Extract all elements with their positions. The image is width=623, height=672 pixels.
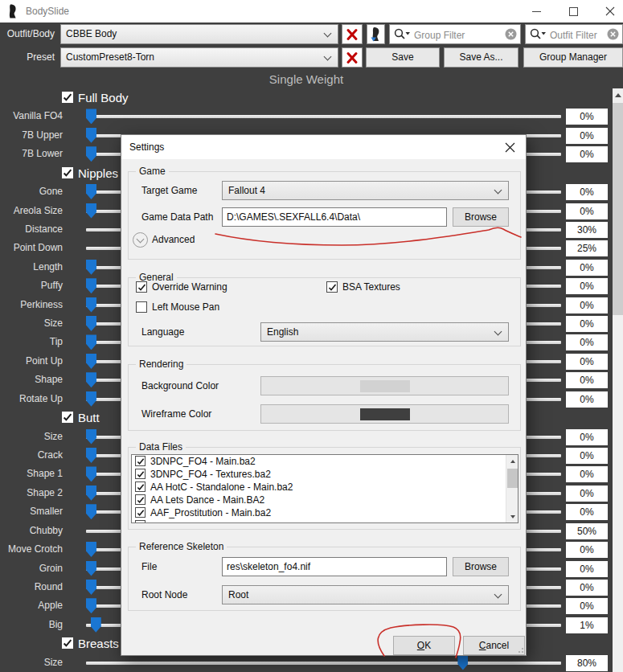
data-file-item[interactable]: 3DNPC_FO4 - Main.ba2 (132, 455, 518, 468)
category-checkbox[interactable] (62, 412, 73, 423)
slider-value-field[interactable]: 0% (566, 372, 608, 388)
skeleton-file-input[interactable] (222, 557, 447, 576)
slider-value-field[interactable]: 0% (566, 486, 608, 502)
data-file-item[interactable]: AA HotC - Standalone - Main.ba2 (132, 481, 518, 494)
background-color-button[interactable] (260, 376, 509, 395)
slider-value-field[interactable]: 0% (566, 184, 608, 200)
slider-value-field[interactable]: 50% (566, 523, 608, 539)
search-icon[interactable] (529, 27, 547, 42)
slider-value-field[interactable]: 0% (566, 260, 608, 276)
slider-value-field[interactable]: 0% (566, 297, 608, 313)
save-as-button[interactable]: Save As... (444, 47, 518, 68)
preset-delete-button[interactable] (342, 47, 363, 68)
bsa-textures-checkbox[interactable] (326, 281, 338, 293)
dialog-close-button[interactable] (500, 138, 519, 156)
left-mouse-pan-checkbox[interactable] (136, 301, 147, 313)
scroll-up-button[interactable] (506, 455, 518, 467)
data-file-item[interactable]: 3DNPC_FO4 - Textures.ba2 (132, 468, 518, 481)
outfit-choose-button[interactable] (367, 24, 385, 44)
slider-thumb[interactable] (86, 260, 96, 275)
close-window-button[interactable] (593, 0, 623, 23)
outfit-combo[interactable]: CBBE Body (60, 24, 338, 44)
data-file-item[interactable]: AA Lets Dance - Main.BA2 (132, 494, 518, 506)
search-icon[interactable] (393, 27, 411, 42)
slider-thumb[interactable] (86, 128, 96, 143)
slider-thumb[interactable] (86, 504, 96, 519)
preset-combo[interactable]: CustomPreset8-Torn (60, 47, 338, 68)
slider-track[interactable] (86, 662, 561, 665)
clear-filter-icon[interactable] (607, 28, 619, 40)
scroll-down-button[interactable] (506, 510, 518, 522)
main-scrollbar[interactable] (613, 88, 623, 672)
slider-thumb[interactable] (86, 316, 96, 331)
scrollbar-thumb[interactable] (613, 103, 623, 315)
slider-value-field[interactable]: 0% (566, 278, 608, 294)
slider-thumb[interactable] (86, 184, 96, 199)
slider-value-field[interactable]: 1% (566, 617, 608, 633)
slider-thumb[interactable] (86, 334, 96, 350)
minimize-button[interactable] (519, 0, 553, 23)
browse-game-path-button[interactable]: Browse (453, 207, 509, 227)
file-checkbox[interactable] (135, 494, 146, 505)
slider-thumb[interactable] (86, 372, 96, 387)
outfit-delete-button[interactable] (342, 24, 363, 44)
slider-thumb[interactable] (86, 448, 96, 463)
wireframe-color-button[interactable] (260, 404, 509, 424)
slider-track[interactable] (86, 115, 561, 118)
ok-button[interactable]: OK (393, 636, 455, 655)
slider-thumb[interactable] (86, 391, 96, 407)
target-game-combo[interactable]: Fallout 4 (222, 181, 509, 200)
category-checkbox[interactable] (62, 637, 73, 649)
maximize-button[interactable] (556, 0, 590, 23)
slider-thumb[interactable] (86, 561, 96, 576)
slider-value-field[interactable]: 0% (566, 109, 608, 125)
slider-thumb[interactable] (86, 580, 96, 595)
slider-value-field[interactable]: 30% (566, 222, 608, 238)
data-file-item[interactable]: AAF_Prostitution - Main.ba2 (132, 506, 518, 519)
slider-value-field[interactable]: 0% (566, 542, 608, 558)
clear-filter-icon[interactable] (505, 28, 517, 40)
slider-value-field[interactable]: 0% (566, 128, 608, 144)
slider-value-field[interactable]: 0% (566, 354, 608, 370)
slider-thumb[interactable] (457, 655, 468, 670)
slider-thumb[interactable] (91, 617, 101, 633)
category-checkbox[interactable] (62, 167, 73, 178)
scrollbar-thumb[interactable] (507, 469, 518, 488)
slider-thumb[interactable] (86, 542, 96, 557)
slider-value-field[interactable]: 0% (566, 598, 608, 614)
root-node-combo[interactable]: Root (222, 585, 509, 604)
slider-value-field[interactable]: 0% (566, 580, 608, 596)
slider-thumb[interactable] (86, 203, 96, 219)
slider-value-field[interactable]: 0% (566, 504, 608, 520)
slider-value-field[interactable]: 0% (566, 561, 608, 577)
slider-value-field[interactable]: 0% (566, 203, 608, 219)
data-files-list[interactable]: 3DNPC_FO4 - Main.ba23DNPC_FO4 - Textures… (131, 454, 518, 523)
slider-thumb[interactable] (86, 486, 96, 501)
file-checkbox[interactable] (135, 469, 146, 479)
slider-value-field[interactable]: 0% (566, 316, 608, 332)
category-checkbox[interactable] (62, 92, 73, 103)
advanced-expander-button[interactable] (133, 232, 148, 248)
slider-value-field[interactable]: 80% (566, 655, 608, 671)
slider-thumb[interactable] (86, 466, 96, 481)
slider-value-field[interactable]: 0% (566, 146, 608, 162)
list-scrollbar[interactable] (506, 455, 518, 522)
file-checkbox[interactable] (135, 481, 146, 492)
slider-thumb[interactable] (86, 297, 96, 313)
slider-thumb[interactable] (86, 109, 96, 124)
language-combo[interactable]: English (260, 322, 509, 342)
slider-thumb[interactable] (86, 429, 96, 445)
slider-value-field[interactable]: 0% (566, 466, 608, 482)
scroll-up-button[interactable] (613, 88, 623, 102)
data-file-item-partial[interactable] (132, 519, 518, 523)
slider-value-field[interactable]: 0% (566, 448, 608, 464)
file-checkbox[interactable] (135, 456, 146, 466)
override-warning-checkbox[interactable] (136, 281, 147, 293)
group-filter-input[interactable] (412, 26, 507, 44)
slider-thumb[interactable] (86, 354, 96, 369)
file-checkbox[interactable] (135, 507, 146, 518)
browse-skeleton-button[interactable]: Browse (453, 557, 509, 576)
resize-grip[interactable] (515, 645, 523, 653)
slider-thumb[interactable] (86, 278, 96, 293)
save-button[interactable]: Save (366, 47, 440, 68)
